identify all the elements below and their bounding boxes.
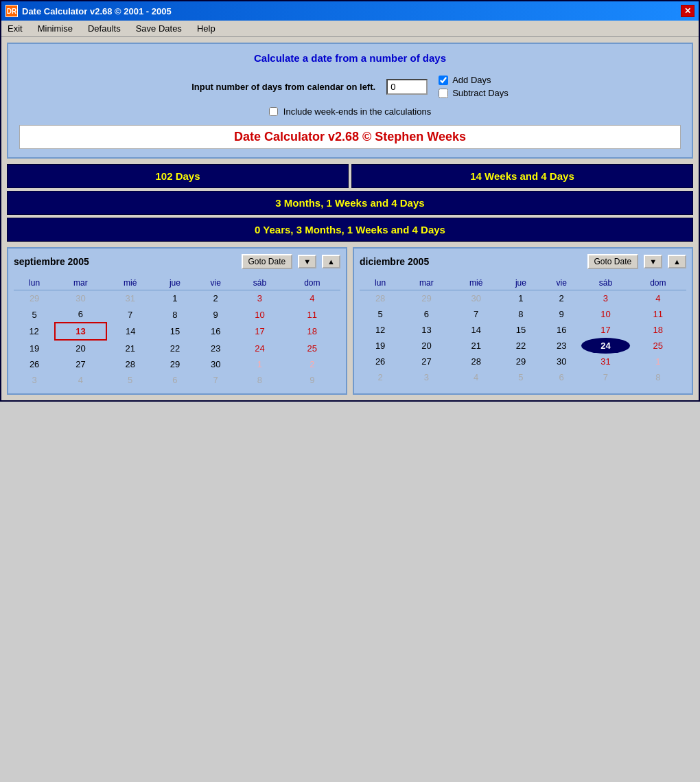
list-item[interactable]: 2 — [196, 290, 235, 307]
menu-defaults[interactable]: Defaults — [86, 23, 123, 34]
list-item[interactable]: 27 — [55, 356, 106, 372]
list-item[interactable]: 28 — [452, 354, 500, 369]
list-item[interactable]: 20 — [401, 338, 452, 354]
list-item[interactable]: 14 — [106, 323, 154, 340]
list-item[interactable]: 26 — [360, 354, 401, 369]
list-item[interactable]: 19 — [360, 338, 401, 354]
list-item[interactable]: 30 — [196, 356, 235, 372]
list-item[interactable]: 1 — [154, 290, 196, 307]
list-item[interactable]: 6 — [541, 369, 581, 385]
list-item[interactable]: 5 — [360, 306, 401, 322]
list-item[interactable]: 7 — [106, 306, 154, 323]
weekend-checkbox[interactable] — [269, 107, 278, 116]
cal-left-goto[interactable]: Goto Date — [242, 254, 293, 269]
list-item[interactable]: 18 — [630, 322, 686, 338]
list-item[interactable]: 4 — [452, 369, 500, 385]
list-item[interactable]: 17 — [581, 322, 629, 338]
list-item[interactable]: 21 — [106, 340, 154, 356]
days-input[interactable] — [386, 79, 428, 95]
list-item[interactable]: 29 — [500, 354, 541, 369]
list-item[interactable]: 6 — [401, 306, 452, 322]
list-item[interactable]: 7 — [581, 369, 629, 385]
list-item[interactable]: 16 — [196, 323, 235, 340]
list-item[interactable]: 21 — [452, 338, 500, 354]
list-item[interactable]: 1 — [500, 290, 541, 307]
list-item[interactable]: 1 — [235, 356, 283, 372]
list-item[interactable]: 12 — [360, 322, 401, 338]
list-item[interactable]: 8 — [154, 306, 196, 323]
list-item[interactable]: 9 — [541, 306, 581, 322]
list-item[interactable]: 7 — [452, 306, 500, 322]
list-item[interactable]: 2 — [541, 290, 581, 307]
list-item[interactable]: 26 — [14, 356, 55, 372]
list-item[interactable]: 4 — [630, 290, 686, 307]
list-item[interactable]: 29 — [154, 356, 196, 372]
list-item[interactable]: 3 — [235, 290, 283, 307]
list-item[interactable]: 2 — [360, 369, 401, 385]
close-button[interactable]: ✕ — [681, 5, 695, 17]
list-item[interactable]: 22 — [154, 340, 196, 356]
list-item[interactable]: 28 — [106, 356, 154, 372]
list-item[interactable]: 3 — [14, 372, 55, 388]
list-item[interactable]: 22 — [500, 338, 541, 354]
cal-right-prev[interactable]: ▼ — [644, 255, 662, 268]
list-item[interactable]: 31 — [106, 290, 154, 307]
list-item[interactable]: 10 — [581, 306, 629, 322]
list-item[interactable]: 16 — [541, 322, 581, 338]
list-item[interactable]: 17 — [235, 323, 283, 340]
list-item[interactable]: 9 — [196, 306, 235, 323]
list-item[interactable]: 19 — [14, 340, 55, 356]
list-item[interactable]: 24 — [235, 340, 283, 356]
list-item[interactable]: 5 — [106, 372, 154, 388]
list-item[interactable]: 18 — [284, 323, 340, 340]
menu-exit[interactable]: Exit — [5, 23, 25, 34]
list-item[interactable]: 29 — [14, 290, 55, 307]
menu-help[interactable]: Help — [195, 23, 218, 34]
list-item[interactable]: 24 — [581, 338, 629, 354]
list-item[interactable]: 11 — [630, 306, 686, 322]
list-item[interactable]: 7 — [196, 372, 235, 388]
add-days-checkbox[interactable] — [439, 76, 448, 85]
list-item[interactable]: 14 — [452, 322, 500, 338]
list-item[interactable]: 8 — [235, 372, 283, 388]
cal-left-prev[interactable]: ▼ — [298, 255, 316, 268]
list-item[interactable]: 6 — [154, 372, 196, 388]
list-item[interactable]: 30 — [452, 290, 500, 307]
list-item[interactable]: 9 — [284, 372, 340, 388]
list-item[interactable]: 5 — [14, 306, 55, 323]
list-item[interactable]: 13 — [401, 322, 452, 338]
list-item[interactable]: 13 — [55, 323, 106, 340]
list-item[interactable]: 10 — [235, 306, 283, 323]
cal-right-goto[interactable]: Goto Date — [587, 254, 639, 269]
list-item[interactable]: 15 — [500, 322, 541, 338]
subtract-days-checkbox[interactable] — [439, 89, 448, 98]
list-item[interactable]: 25 — [284, 340, 340, 356]
list-item[interactable]: 30 — [55, 290, 106, 307]
list-item[interactable]: 23 — [541, 338, 581, 354]
list-item[interactable]: 28 — [360, 290, 401, 307]
list-item[interactable]: 6 — [55, 306, 106, 323]
list-item[interactable]: 3 — [401, 369, 452, 385]
menu-save-dates[interactable]: Save Dates — [134, 23, 184, 34]
menu-minimise[interactable]: Minimise — [36, 23, 75, 34]
list-item[interactable]: 30 — [541, 354, 581, 369]
cal-right-next[interactable]: ▲ — [668, 255, 686, 268]
list-item[interactable]: 11 — [284, 306, 340, 323]
list-item[interactable]: 3 — [581, 290, 629, 307]
list-item[interactable]: 25 — [630, 338, 686, 354]
list-item[interactable]: 29 — [401, 290, 452, 307]
list-item[interactable]: 15 — [154, 323, 196, 340]
list-item[interactable]: 2 — [284, 356, 340, 372]
list-item[interactable]: 4 — [284, 290, 340, 307]
list-item[interactable]: 4 — [55, 372, 106, 388]
list-item[interactable]: 31 — [581, 354, 629, 369]
list-item[interactable]: 8 — [500, 306, 541, 322]
cal-left-next[interactable]: ▲ — [322, 255, 340, 268]
list-item[interactable]: 23 — [196, 340, 235, 356]
list-item[interactable]: 20 — [55, 340, 106, 356]
list-item[interactable]: 8 — [630, 369, 686, 385]
list-item[interactable]: 5 — [500, 369, 541, 385]
list-item[interactable]: 1 — [630, 354, 686, 369]
list-item[interactable]: 12 — [14, 323, 55, 340]
list-item[interactable]: 27 — [401, 354, 452, 369]
